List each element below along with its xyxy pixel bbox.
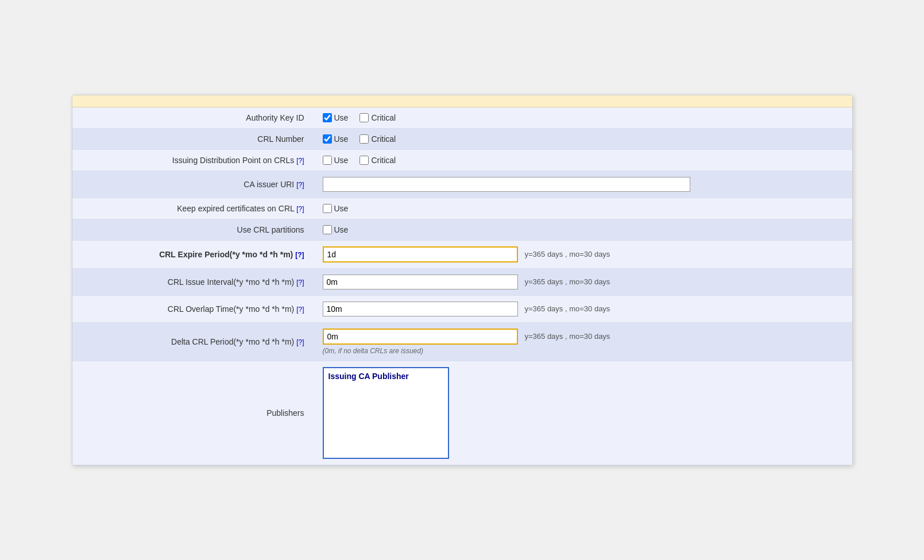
help-link-crl-expire-period[interactable]: [?] xyxy=(295,251,304,259)
input-hint-group-crl-issue-interval: y=365 days , mo=30 days xyxy=(323,275,843,289)
label-publishers: Publishers xyxy=(72,361,314,465)
row-use-crl-partitions: Use CRL partitions Use xyxy=(72,219,852,240)
checkbox-group-authority-key-id: Use Critical xyxy=(323,113,843,122)
row-crl-overlap-time: CRL Overlap Time(*y *mo *d *h *m) [?] y=… xyxy=(72,295,852,322)
input-ca-issuer-uri[interactable] xyxy=(323,177,690,192)
label-crl-expire-period: CRL Expire Period(*y *mo *d *h *m) [?] xyxy=(72,240,314,268)
row-delta-crl-period: Delta CRL Period(*y *mo *d *h *m) [?] y=… xyxy=(72,322,852,361)
label-issuing-dist-point: Issuing Distribution Point on CRLs [?] xyxy=(72,149,314,171)
publishers-listbox[interactable]: Issuing CA Publisher xyxy=(323,367,449,459)
use-label-issuing-dist-point[interactable]: Use xyxy=(323,156,349,165)
use-label-crl-number[interactable]: Use xyxy=(323,134,349,144)
use-checkbox-crl-number[interactable] xyxy=(323,134,332,144)
checkbox-group-keep-expired: Use xyxy=(323,204,843,213)
critical-label-issuing-dist-point[interactable]: Critical xyxy=(359,156,396,165)
value-crl-number: Use Critical xyxy=(314,128,852,149)
label-use-crl-partitions: Use CRL partitions xyxy=(72,219,314,240)
checkbox-group-crl-number: Use Critical xyxy=(323,134,843,144)
help-link-issuing-dist-point[interactable]: [?] xyxy=(296,157,304,165)
use-label-keep-expired[interactable]: Use xyxy=(323,204,349,213)
row-ca-issuer-uri: CA issuer URI [?] xyxy=(72,171,852,198)
label-crl-overlap-time: CRL Overlap Time(*y *mo *d *h *m) [?] xyxy=(72,295,314,322)
value-delta-crl-period: y=365 days , mo=30 days (0m, if no delta… xyxy=(314,322,852,361)
hint-delta-crl-period: y=365 days , mo=30 days xyxy=(525,332,610,341)
section-header xyxy=(72,95,852,107)
critical-label-crl-number[interactable]: Critical xyxy=(359,134,396,144)
value-crl-expire-period: y=365 days , mo=30 days xyxy=(314,240,852,268)
use-text-use-crl-partitions: Use xyxy=(334,225,349,234)
main-container: Authority Key ID Use Critical CRL Number… xyxy=(72,95,853,466)
value-publishers: Issuing CA Publisher xyxy=(314,361,852,465)
use-checkbox-keep-expired[interactable] xyxy=(323,204,332,213)
row-crl-issue-interval: CRL Issue Interval(*y *mo *d *h *m) [?] … xyxy=(72,268,852,295)
row-keep-expired: Keep expired certificates on CRL [?] Use xyxy=(72,198,852,219)
label-authority-key-id: Authority Key ID xyxy=(72,107,314,129)
label-crl-number: CRL Number xyxy=(72,128,314,149)
critical-checkbox-issuing-dist-point[interactable] xyxy=(359,156,369,165)
help-link-delta-crl-period[interactable]: [?] xyxy=(296,338,304,346)
input-hint-row-delta-crl-period: y=365 days , mo=30 days (0m, if no delta… xyxy=(323,329,843,355)
critical-text-crl-number: Critical xyxy=(371,134,396,144)
value-ca-issuer-uri xyxy=(314,171,852,198)
hint-crl-overlap-time: y=365 days , mo=30 days xyxy=(525,304,610,313)
label-delta-crl-period: Delta CRL Period(*y *mo *d *h *m) [?] xyxy=(72,322,314,361)
input-crl-expire-period[interactable] xyxy=(323,246,518,262)
value-authority-key-id: Use Critical xyxy=(314,107,852,129)
input-delta-crl-period[interactable] xyxy=(323,329,518,345)
value-issuing-dist-point: Use Critical xyxy=(314,149,852,171)
help-link-crl-overlap-time[interactable]: [?] xyxy=(296,306,304,314)
listbox-item[interactable]: Issuing CA Publisher xyxy=(326,370,446,382)
subhint-delta-crl-period: (0m, if no delta CRLs are issued) xyxy=(323,347,843,355)
label-crl-issue-interval: CRL Issue Interval(*y *mo *d *h *m) [?] xyxy=(72,268,314,295)
label-keep-expired: Keep expired certificates on CRL [?] xyxy=(72,198,314,219)
use-text-keep-expired: Use xyxy=(334,204,349,213)
hint-crl-issue-interval: y=365 days , mo=30 days xyxy=(525,277,610,286)
critical-text-issuing-dist-point: Critical xyxy=(371,156,396,165)
checkbox-group-use-crl-partitions: Use xyxy=(323,225,843,234)
value-use-crl-partitions: Use xyxy=(314,219,852,240)
help-link-crl-issue-interval[interactable]: [?] xyxy=(296,279,304,287)
input-hint-group-crl-expire-period: y=365 days , mo=30 days xyxy=(323,246,843,262)
critical-checkbox-authority-key-id[interactable] xyxy=(359,113,369,122)
use-text-authority-key-id: Use xyxy=(334,113,349,122)
value-crl-overlap-time: y=365 days , mo=30 days xyxy=(314,295,852,322)
checkbox-group-issuing-dist-point: Use Critical xyxy=(323,156,843,165)
use-text-issuing-dist-point: Use xyxy=(334,156,349,165)
input-hint-group-crl-overlap-time: y=365 days , mo=30 days xyxy=(323,302,843,316)
input-crl-overlap-time[interactable] xyxy=(323,302,518,316)
use-checkbox-use-crl-partitions[interactable] xyxy=(323,225,332,234)
use-label-use-crl-partitions[interactable]: Use xyxy=(323,225,349,234)
row-crl-number: CRL Number Use Critical xyxy=(72,128,852,149)
input-hint-group-delta-crl-period: y=365 days , mo=30 days xyxy=(323,329,843,345)
help-link-keep-expired[interactable]: [?] xyxy=(296,205,304,213)
use-text-crl-number: Use xyxy=(334,134,349,144)
use-checkbox-authority-key-id[interactable] xyxy=(323,113,332,122)
form-table: Authority Key ID Use Critical CRL Number… xyxy=(72,107,852,465)
input-crl-issue-interval[interactable] xyxy=(323,275,518,289)
value-keep-expired: Use xyxy=(314,198,852,219)
row-authority-key-id: Authority Key ID Use Critical xyxy=(72,107,852,129)
critical-text-authority-key-id: Critical xyxy=(371,113,396,122)
critical-label-authority-key-id[interactable]: Critical xyxy=(359,113,396,122)
row-crl-expire-period: CRL Expire Period(*y *mo *d *h *m) [?] y… xyxy=(72,240,852,268)
critical-checkbox-crl-number[interactable] xyxy=(359,134,369,144)
help-link-ca-issuer-uri[interactable]: [?] xyxy=(296,181,304,189)
use-checkbox-issuing-dist-point[interactable] xyxy=(323,156,332,165)
row-publishers: Publishers Issuing CA Publisher xyxy=(72,361,852,465)
value-crl-issue-interval: y=365 days , mo=30 days xyxy=(314,268,852,295)
hint-crl-expire-period: y=365 days , mo=30 days xyxy=(525,250,610,258)
row-issuing-dist-point: Issuing Distribution Point on CRLs [?] U… xyxy=(72,149,852,171)
label-ca-issuer-uri: CA issuer URI [?] xyxy=(72,171,314,198)
use-label-authority-key-id[interactable]: Use xyxy=(323,113,349,122)
